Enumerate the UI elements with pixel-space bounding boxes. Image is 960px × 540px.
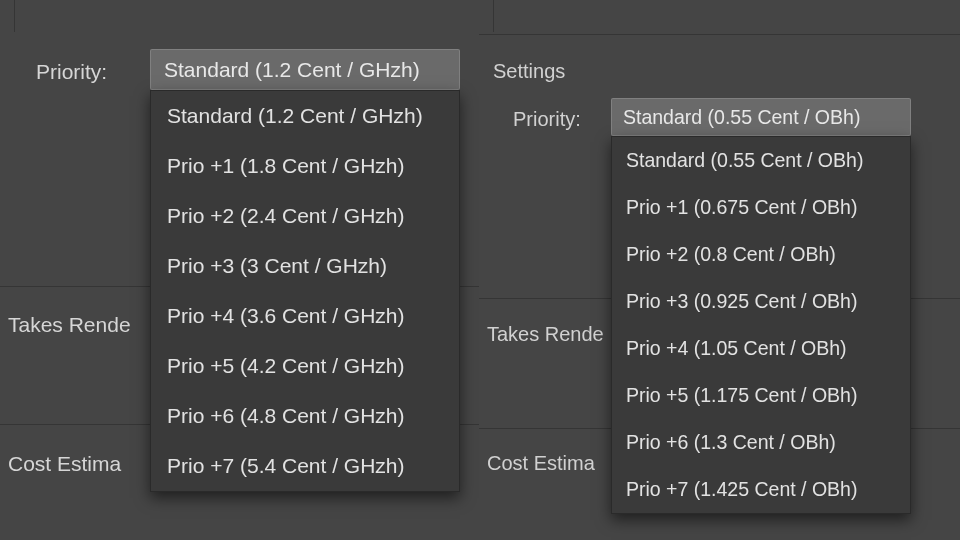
priority-option[interactable]: Prio +6 (1.3 Cent / OBh)	[612, 419, 910, 466]
priority-option[interactable]: Prio +7 (5.4 Cent / GHzh)	[151, 441, 459, 491]
priority-option[interactable]: Prio +4 (1.05 Cent / OBh)	[612, 325, 910, 372]
divider-vertical	[493, 0, 494, 32]
priority-option[interactable]: Prio +3 (3 Cent / GHzh)	[151, 241, 459, 291]
priority-option[interactable]: Prio +2 (2.4 Cent / GHzh)	[151, 191, 459, 241]
priority-option[interactable]: Prio +1 (1.8 Cent / GHzh)	[151, 141, 459, 191]
divider-horizontal	[479, 34, 960, 35]
left-panel: Priority: Takes Rende Cost Estima Standa…	[0, 0, 479, 540]
cost-estimate-label: Cost Estima	[487, 452, 595, 475]
priority-dropdown-obh: Standard (0.55 Cent / OBh) Prio +1 (0.67…	[611, 136, 911, 514]
priority-label: Priority:	[36, 60, 107, 84]
priority-select-ghzh[interactable]: Standard (1.2 Cent / GHzh)	[150, 49, 460, 90]
priority-option[interactable]: Prio +7 (1.425 Cent / OBh)	[612, 466, 910, 513]
cost-estimate-label: Cost Estima	[8, 452, 121, 476]
priority-select-obh[interactable]: Standard (0.55 Cent / OBh)	[611, 98, 911, 136]
priority-option[interactable]: Prio +4 (3.6 Cent / GHzh)	[151, 291, 459, 341]
takes-render-label: Takes Rende	[8, 313, 131, 337]
priority-option[interactable]: Prio +3 (0.925 Cent / OBh)	[612, 278, 910, 325]
divider-vertical	[14, 0, 15, 32]
takes-render-label: Takes Rende	[487, 323, 604, 346]
right-panel: Settings Priority: Takes Rende Cost Esti…	[479, 0, 960, 540]
priority-option[interactable]: Standard (0.55 Cent / OBh)	[612, 137, 910, 184]
priority-option[interactable]: Standard (1.2 Cent / GHzh)	[151, 91, 459, 141]
priority-label: Priority:	[513, 108, 581, 131]
priority-option[interactable]: Prio +1 (0.675 Cent / OBh)	[612, 184, 910, 231]
settings-label: Settings	[493, 60, 565, 83]
priority-option[interactable]: Prio +5 (4.2 Cent / GHzh)	[151, 341, 459, 391]
priority-option[interactable]: Prio +2 (0.8 Cent / OBh)	[612, 231, 910, 278]
priority-option[interactable]: Prio +6 (4.8 Cent / GHzh)	[151, 391, 459, 441]
priority-option[interactable]: Prio +5 (1.175 Cent / OBh)	[612, 372, 910, 419]
priority-dropdown-ghzh: Standard (1.2 Cent / GHzh) Prio +1 (1.8 …	[150, 90, 460, 492]
app-root: Priority: Takes Rende Cost Estima Standa…	[0, 0, 960, 540]
